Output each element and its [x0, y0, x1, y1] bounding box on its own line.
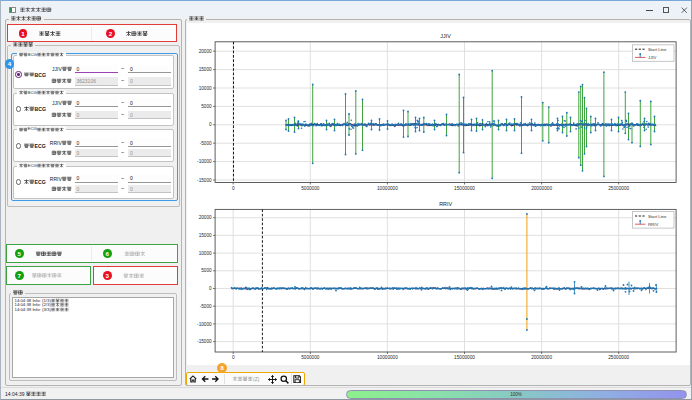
svg-text:5000: 5000	[201, 104, 212, 109]
svg-text:15000: 15000	[198, 67, 211, 72]
svg-text:JJIV: JJIV	[440, 33, 451, 39]
svg-text:20000: 20000	[198, 48, 211, 53]
svg-text:-15000: -15000	[197, 339, 212, 344]
svg-text:25000000: 25000000	[608, 185, 629, 190]
svg-text:Start Line: Start Line	[648, 46, 667, 51]
svg-text:0: 0	[209, 122, 212, 127]
svg-text:-5000: -5000	[199, 303, 211, 308]
svg-text:25000000: 25000000	[608, 355, 629, 360]
svg-text:15000: 15000	[198, 233, 211, 238]
svg-text:5000000: 5000000	[301, 185, 320, 190]
svg-text:20000000: 20000000	[531, 185, 552, 190]
svg-text:RRIV: RRIV	[648, 221, 658, 226]
svg-text:10000000: 10000000	[376, 355, 397, 360]
svg-text:10000: 10000	[198, 250, 211, 255]
svg-text:RRIV: RRIV	[439, 201, 452, 207]
svg-text:-5000: -5000	[199, 140, 211, 145]
svg-text:Start Line: Start Line	[648, 213, 667, 218]
svg-text:-10000: -10000	[197, 159, 212, 164]
svg-text:5000000: 5000000	[301, 355, 320, 360]
svg-text:10000: 10000	[198, 85, 211, 90]
svg-text:20000000: 20000000	[531, 355, 552, 360]
svg-text:10000000: 10000000	[376, 185, 397, 190]
svg-text:-15000: -15000	[197, 177, 212, 182]
svg-text:5000: 5000	[201, 268, 212, 273]
svg-text:0: 0	[231, 355, 234, 360]
svg-text:15000000: 15000000	[454, 185, 475, 190]
svg-text:JJIV: JJIV	[648, 55, 656, 60]
svg-text:0: 0	[209, 286, 212, 291]
svg-text:-10000: -10000	[197, 321, 212, 326]
svg-text:0: 0	[231, 185, 234, 190]
svg-text:15000000: 15000000	[454, 355, 475, 360]
svg-text:20000: 20000	[198, 215, 211, 220]
